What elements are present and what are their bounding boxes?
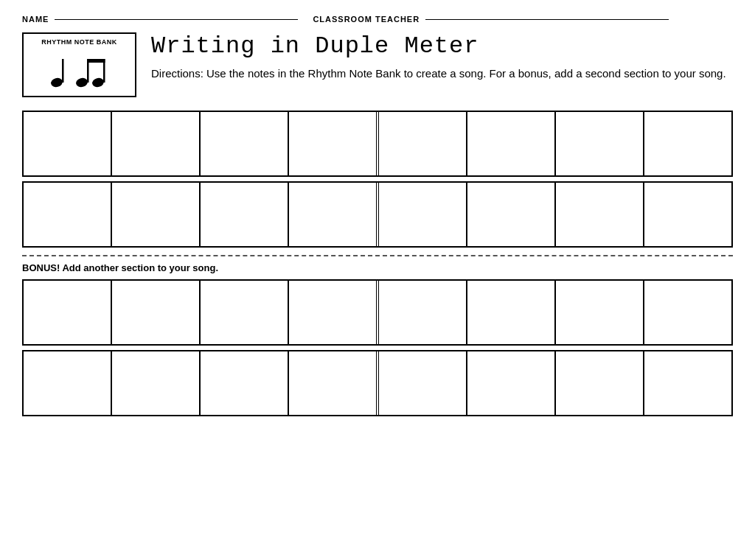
cell-1-2[interactable] — [112, 112, 201, 175]
quarter-note-icon — [49, 53, 64, 88]
bonus-cell-2-8[interactable] — [644, 351, 731, 415]
cell-2-7[interactable] — [556, 183, 644, 246]
bonus-cell-1-8[interactable] — [644, 281, 731, 344]
cell-1-4[interactable] — [289, 112, 379, 175]
cell-1-3[interactable] — [201, 112, 289, 175]
music-row-2 — [22, 181, 733, 248]
bonus-cell-1-5[interactable] — [379, 281, 467, 344]
cell-2-3[interactable] — [201, 183, 289, 246]
bonus-cell-2-7[interactable] — [556, 351, 644, 415]
title-section: RHYTHM NOTE BANK — [22, 32, 733, 97]
bonus-cell-1-3[interactable] — [201, 281, 289, 344]
name-underline — [55, 19, 298, 20]
bonus-row-2 — [22, 350, 733, 416]
cell-2-6[interactable] — [467, 183, 556, 246]
teacher-underline — [425, 19, 669, 20]
bonus-cell-2-2[interactable] — [112, 351, 201, 415]
cell-1-7[interactable] — [556, 112, 644, 175]
cell-1-1[interactable] — [24, 112, 112, 175]
svg-rect-6 — [87, 59, 105, 63]
bonus-cell-2-4[interactable] — [289, 351, 379, 415]
bonus-cell-2-1[interactable] — [24, 351, 112, 415]
directions-text: Directions: Use the notes in the Rhythm … — [151, 66, 733, 83]
cell-2-2[interactable] — [112, 183, 201, 246]
header-fields: NAME CLASSROOM TEACHER — [22, 15, 733, 24]
bonus-row-1 — [22, 279, 733, 346]
name-field: NAME — [22, 15, 298, 24]
cell-1-6[interactable] — [467, 112, 556, 175]
bonus-cell-2-3[interactable] — [201, 351, 289, 415]
cell-2-4[interactable] — [289, 183, 379, 246]
rhythm-note-bank-box: RHYTHM NOTE BANK — [22, 32, 136, 97]
cell-1-8[interactable] — [644, 112, 731, 175]
cell-2-8[interactable] — [644, 183, 731, 246]
bonus-cell-1-4[interactable] — [289, 281, 379, 344]
bonus-cell-2-5[interactable] — [379, 351, 467, 415]
svg-point-2 — [76, 77, 88, 88]
cell-2-5[interactable] — [379, 183, 467, 246]
cell-1-5[interactable] — [379, 112, 467, 175]
note-bank-icons — [31, 50, 128, 91]
svg-point-4 — [91, 77, 105, 88]
bonus-cell-1-2[interactable] — [112, 281, 201, 344]
cell-2-1[interactable] — [24, 183, 112, 246]
teacher-field: CLASSROOM TEACHER — [313, 15, 669, 24]
bonus-cell-1-6[interactable] — [467, 281, 556, 344]
bonus-section: BONUS! Add another section to your song. — [22, 262, 733, 416]
teacher-label: CLASSROOM TEACHER — [313, 15, 420, 24]
music-row-1 — [22, 111, 733, 177]
eighth-notes-icon — [76, 53, 110, 88]
title-content: Writing in Duple Meter Directions: Use t… — [151, 32, 733, 83]
page-title: Writing in Duple Meter — [151, 32, 733, 60]
name-label: NAME — [22, 15, 49, 24]
svg-point-0 — [49, 77, 63, 88]
dashed-separator — [22, 255, 733, 256]
svg-rect-1 — [62, 59, 64, 83]
note-bank-label: RHYTHM NOTE BANK — [31, 38, 128, 46]
bonus-cell-1-7[interactable] — [556, 281, 644, 344]
main-grid-section — [22, 111, 733, 248]
bonus-cell-1-1[interactable] — [24, 281, 112, 344]
bonus-cell-2-6[interactable] — [467, 351, 556, 415]
bonus-label: BONUS! Add another section to your song. — [22, 262, 733, 273]
